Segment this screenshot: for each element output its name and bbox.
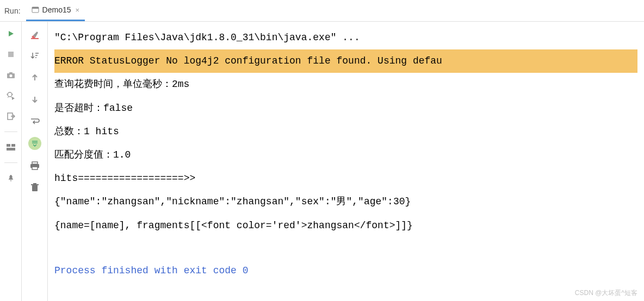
svg-rect-10 bbox=[7, 148, 15, 150]
separator bbox=[4, 162, 17, 163]
svg-rect-17 bbox=[32, 162, 38, 164]
tab-demo15[interactable]: Demo15 × bbox=[26, 0, 85, 21]
exit-icon[interactable] bbox=[5, 111, 16, 122]
console-line: 总数：1 hits bbox=[54, 120, 637, 143]
svg-rect-4 bbox=[9, 72, 13, 74]
main-area: "C:\Program Files\Java\jdk1.8.0_31\bin\j… bbox=[0, 22, 644, 301]
svg-point-6 bbox=[8, 92, 12, 97]
svg-rect-9 bbox=[11, 144, 15, 147]
left-gutter bbox=[0, 22, 22, 301]
svg-rect-22 bbox=[33, 183, 36, 184]
pin-icon[interactable] bbox=[5, 173, 16, 184]
svg-rect-1 bbox=[32, 7, 39, 9]
run-icon[interactable] bbox=[5, 28, 16, 39]
console-output[interactable]: "C:\Program Files\Java\jdk1.8.0_31\bin\j… bbox=[48, 22, 644, 301]
svg-rect-2 bbox=[8, 52, 14, 57]
top-bar: Run: Demo15 × bbox=[0, 0, 644, 22]
camera-icon[interactable] bbox=[5, 70, 16, 80]
down-arrow-icon[interactable] bbox=[29, 93, 41, 105]
console-line: 是否超时：false bbox=[54, 97, 637, 120]
up-arrow-icon[interactable] bbox=[29, 72, 41, 84]
highlighter-icon[interactable] bbox=[29, 28, 41, 40]
svg-point-5 bbox=[9, 74, 12, 77]
console-line: {name=[name], fragments[[<font color='re… bbox=[54, 214, 637, 237]
close-icon[interactable]: × bbox=[76, 6, 80, 14]
second-gutter bbox=[22, 22, 48, 301]
svg-rect-20 bbox=[32, 185, 38, 191]
svg-rect-19 bbox=[32, 167, 38, 170]
separator bbox=[4, 131, 17, 132]
print-icon[interactable] bbox=[29, 160, 41, 172]
run-label: Run: bbox=[4, 7, 21, 15]
process-exit-line: Process finished with exit code 0 bbox=[54, 259, 637, 283]
svg-rect-8 bbox=[7, 144, 10, 147]
layout-icon[interactable] bbox=[5, 142, 16, 153]
watermark: CSDN @大坏蛋^短客 bbox=[575, 289, 637, 298]
scroll-to-end-icon[interactable] bbox=[28, 137, 41, 150]
sort-icon[interactable] bbox=[29, 50, 41, 62]
console-line: 匹配分度值：1.0 bbox=[54, 143, 637, 167]
tab-label: Demo15 bbox=[42, 5, 71, 14]
trash-icon[interactable] bbox=[29, 181, 41, 193]
soft-wrap-icon[interactable] bbox=[29, 115, 41, 127]
console-line: {"name":"zhangsan","nickname":"zhangsan"… bbox=[54, 190, 637, 214]
console-line: hits==================>> bbox=[54, 167, 637, 190]
run-config-icon bbox=[32, 6, 39, 14]
console-line: 查询花费时间，单位毫秒：2ms bbox=[54, 73, 637, 96]
console-error-line: ERROR StatusLogger No log4j2 configurati… bbox=[54, 49, 637, 73]
console-line: "C:\Program Files\Java\jdk1.8.0_31\bin\j… bbox=[54, 26, 637, 49]
bug-rerun-icon[interactable] bbox=[5, 90, 16, 101]
stop-icon[interactable] bbox=[5, 49, 16, 60]
svg-rect-21 bbox=[31, 184, 39, 185]
